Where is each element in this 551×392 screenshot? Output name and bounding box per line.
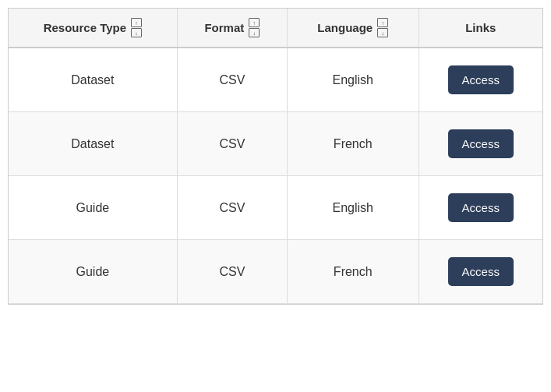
cell-link-1: Access: [419, 112, 542, 176]
cell-format-2: CSV: [177, 176, 287, 240]
cell-language-0: English: [288, 48, 419, 112]
cell-format-0: CSV: [177, 48, 287, 112]
table-row: DatasetCSVFrenchAccess: [9, 112, 542, 176]
col-header-language-label: Language: [317, 21, 373, 34]
cell-link-3: Access: [419, 240, 542, 304]
resource-table-container: Resource Type ↑ ↓ Format ↑ ↓: [8, 8, 543, 305]
col-header-format: Format ↑ ↓: [177, 9, 287, 48]
cell-format-3: CSV: [177, 240, 287, 304]
sort-buttons-language: ↑ ↓: [377, 18, 388, 37]
sort-desc-format[interactable]: ↓: [249, 28, 260, 37]
access-button-0[interactable]: Access: [448, 65, 514, 94]
col-header-links: Links: [419, 9, 542, 48]
access-button-1[interactable]: Access: [448, 129, 514, 158]
table-header-row: Resource Type ↑ ↓ Format ↑ ↓: [9, 9, 542, 48]
sort-asc-resource-type[interactable]: ↑: [131, 18, 142, 27]
table-row: GuideCSVFrenchAccess: [9, 240, 542, 304]
cell-link-0: Access: [419, 48, 542, 112]
sort-desc-resource-type[interactable]: ↓: [131, 28, 142, 37]
col-header-resource-type: Resource Type ↑ ↓: [9, 9, 177, 48]
col-header-links-label: Links: [465, 21, 496, 34]
cell-resource-type-1: Dataset: [9, 112, 177, 176]
col-header-resource-type-label: Resource Type: [44, 21, 126, 34]
resource-table: Resource Type ↑ ↓ Format ↑ ↓: [9, 9, 542, 304]
access-button-2[interactable]: Access: [448, 193, 514, 222]
sort-asc-language[interactable]: ↑: [377, 18, 388, 27]
cell-link-2: Access: [419, 176, 542, 240]
sort-buttons-resource-type: ↑ ↓: [131, 18, 142, 37]
cell-resource-type-3: Guide: [9, 240, 177, 304]
sort-asc-format[interactable]: ↑: [249, 18, 260, 27]
col-header-language: Language ↑ ↓: [288, 9, 419, 48]
cell-resource-type-2: Guide: [9, 176, 177, 240]
access-button-3[interactable]: Access: [448, 257, 514, 286]
cell-resource-type-0: Dataset: [9, 48, 177, 112]
cell-format-1: CSV: [177, 112, 287, 176]
table-row: GuideCSVEnglishAccess: [9, 176, 542, 240]
sort-desc-language[interactable]: ↓: [377, 28, 388, 37]
cell-language-1: French: [288, 112, 419, 176]
col-header-format-label: Format: [204, 21, 244, 34]
cell-language-2: English: [288, 176, 419, 240]
cell-language-3: French: [288, 240, 419, 304]
table-row: DatasetCSVEnglishAccess: [9, 48, 542, 112]
sort-buttons-format: ↑ ↓: [249, 18, 260, 37]
